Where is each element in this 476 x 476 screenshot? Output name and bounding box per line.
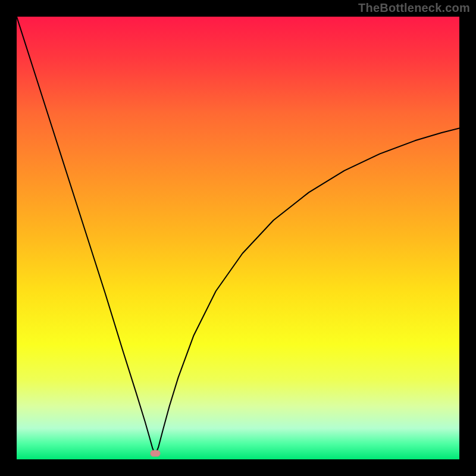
watermark-text: TheBottleneck.com — [358, 1, 470, 15]
plot-area — [17, 17, 459, 459]
plot-frame — [15, 15, 461, 461]
bottleneck-curve — [17, 17, 459, 459]
chart-container: TheBottleneck.com — [0, 0, 476, 476]
optimal-point-marker — [150, 450, 160, 457]
